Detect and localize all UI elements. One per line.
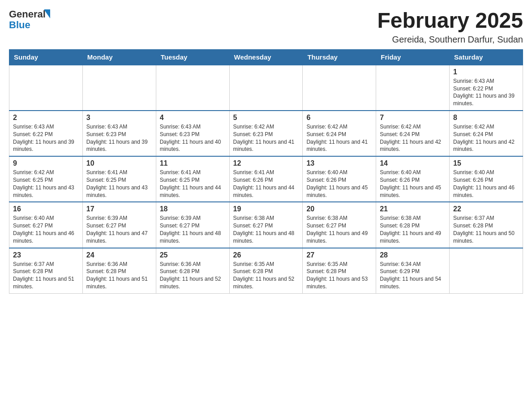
calendar-cell: 7Sunrise: 6:42 AM Sunset: 6:24 PM Daylig…: [376, 111, 450, 156]
day-number: 4: [160, 114, 226, 122]
day-info: Sunrise: 6:42 AM Sunset: 6:24 PM Dayligh…: [453, 123, 519, 153]
day-info: Sunrise: 6:41 AM Sunset: 6:26 PM Dayligh…: [233, 169, 299, 199]
day-number: 20: [306, 205, 372, 213]
day-number: 22: [453, 205, 519, 213]
week-row-2: 2Sunrise: 6:43 AM Sunset: 6:22 PM Daylig…: [9, 111, 523, 156]
day-info: Sunrise: 6:39 AM Sunset: 6:27 PM Dayligh…: [160, 214, 226, 244]
day-number: 8: [453, 114, 519, 122]
day-info: Sunrise: 6:37 AM Sunset: 6:28 PM Dayligh…: [453, 214, 519, 244]
day-info: Sunrise: 6:35 AM Sunset: 6:28 PM Dayligh…: [306, 261, 372, 291]
day-info: Sunrise: 6:41 AM Sunset: 6:25 PM Dayligh…: [86, 169, 152, 199]
calendar-cell: [9, 65, 83, 111]
calendar-cell: 22Sunrise: 6:37 AM Sunset: 6:28 PM Dayli…: [450, 202, 523, 248]
day-number: 15: [453, 159, 519, 167]
week-row-1: 1Sunrise: 6:43 AM Sunset: 6:22 PM Daylig…: [9, 65, 523, 111]
day-info: Sunrise: 6:42 AM Sunset: 6:24 PM Dayligh…: [380, 123, 446, 153]
calendar-cell: 9Sunrise: 6:42 AM Sunset: 6:25 PM Daylig…: [9, 156, 83, 202]
calendar-cell: 5Sunrise: 6:42 AM Sunset: 6:23 PM Daylig…: [229, 111, 303, 156]
day-number: 10: [86, 159, 152, 167]
day-info: Sunrise: 6:40 AM Sunset: 6:26 PM Dayligh…: [380, 169, 446, 199]
calendar-cell: 23Sunrise: 6:37 AM Sunset: 6:28 PM Dayli…: [9, 248, 83, 294]
calendar-cell: 6Sunrise: 6:42 AM Sunset: 6:24 PM Daylig…: [303, 111, 376, 156]
calendar-cell: 17Sunrise: 6:39 AM Sunset: 6:27 PM Dayli…: [82, 202, 156, 248]
calendar-cell: 2Sunrise: 6:43 AM Sunset: 6:22 PM Daylig…: [9, 111, 83, 156]
calendar-cell: 20Sunrise: 6:38 AM Sunset: 6:27 PM Dayli…: [303, 202, 376, 248]
day-number: 25: [160, 251, 226, 259]
day-number: 27: [306, 251, 372, 259]
calendar-cell: [82, 65, 156, 111]
day-info: Sunrise: 6:43 AM Sunset: 6:22 PM Dayligh…: [13, 123, 79, 153]
logo: General Blue: [9, 9, 50, 30]
day-info: Sunrise: 6:38 AM Sunset: 6:27 PM Dayligh…: [306, 214, 372, 244]
logo-general-text: General: [9, 9, 46, 20]
calendar-cell: 12Sunrise: 6:41 AM Sunset: 6:26 PM Dayli…: [229, 156, 303, 202]
calendar-cell: 21Sunrise: 6:38 AM Sunset: 6:28 PM Dayli…: [376, 202, 450, 248]
calendar-cell: [376, 65, 450, 111]
day-header-monday: Monday: [82, 49, 156, 65]
title-section: February 2025 Gereida, Southern Darfur, …: [377, 9, 523, 45]
day-number: 14: [380, 159, 446, 167]
day-number: 16: [13, 205, 79, 213]
day-number: 13: [306, 159, 372, 167]
week-row-3: 9Sunrise: 6:42 AM Sunset: 6:25 PM Daylig…: [9, 156, 523, 202]
day-number: 2: [13, 114, 79, 122]
day-number: 23: [13, 251, 79, 259]
calendar-cell: [303, 65, 376, 111]
day-number: 7: [380, 114, 446, 122]
day-info: Sunrise: 6:40 AM Sunset: 6:27 PM Dayligh…: [13, 214, 79, 244]
day-number: 1: [453, 68, 519, 76]
day-info: Sunrise: 6:43 AM Sunset: 6:23 PM Dayligh…: [160, 123, 226, 153]
day-number: 19: [233, 205, 299, 213]
calendar-subtitle: Gereida, Southern Darfur, Sudan: [377, 34, 523, 45]
day-number: 9: [13, 159, 79, 167]
calendar-cell: [450, 248, 523, 294]
day-number: 6: [306, 114, 372, 122]
day-number: 18: [160, 205, 226, 213]
calendar-cell: 1Sunrise: 6:43 AM Sunset: 6:22 PM Daylig…: [450, 65, 523, 111]
calendar-cell: 28Sunrise: 6:34 AM Sunset: 6:29 PM Dayli…: [376, 248, 450, 294]
page-header: General Blue February 2025 Gereida, Sout…: [9, 9, 523, 45]
day-number: 21: [380, 205, 446, 213]
day-info: Sunrise: 6:38 AM Sunset: 6:27 PM Dayligh…: [233, 214, 299, 244]
days-header-row: SundayMondayTuesdayWednesdayThursdayFrid…: [9, 49, 523, 65]
week-row-5: 23Sunrise: 6:37 AM Sunset: 6:28 PM Dayli…: [9, 248, 523, 294]
day-info: Sunrise: 6:39 AM Sunset: 6:27 PM Dayligh…: [86, 214, 152, 244]
calendar-cell: 14Sunrise: 6:40 AM Sunset: 6:26 PM Dayli…: [376, 156, 450, 202]
day-number: 26: [233, 251, 299, 259]
day-info: Sunrise: 6:34 AM Sunset: 6:29 PM Dayligh…: [380, 261, 446, 291]
calendar-cell: 13Sunrise: 6:40 AM Sunset: 6:26 PM Dayli…: [303, 156, 376, 202]
calendar-cell: 15Sunrise: 6:40 AM Sunset: 6:26 PM Dayli…: [450, 156, 523, 202]
day-header-friday: Friday: [376, 49, 450, 65]
calendar-title: February 2025: [377, 9, 523, 33]
week-row-4: 16Sunrise: 6:40 AM Sunset: 6:27 PM Dayli…: [9, 202, 523, 248]
day-info: Sunrise: 6:35 AM Sunset: 6:28 PM Dayligh…: [233, 261, 299, 291]
logo-triangle-icon: [44, 9, 50, 18]
calendar-cell: 11Sunrise: 6:41 AM Sunset: 6:25 PM Dayli…: [156, 156, 229, 202]
day-header-thursday: Thursday: [303, 49, 376, 65]
day-header-saturday: Saturday: [450, 49, 523, 65]
day-header-wednesday: Wednesday: [229, 49, 303, 65]
day-number: 12: [233, 159, 299, 167]
day-info: Sunrise: 6:42 AM Sunset: 6:24 PM Dayligh…: [306, 123, 372, 153]
calendar-cell: 16Sunrise: 6:40 AM Sunset: 6:27 PM Dayli…: [9, 202, 83, 248]
day-info: Sunrise: 6:42 AM Sunset: 6:25 PM Dayligh…: [13, 169, 79, 199]
calendar-cell: 3Sunrise: 6:43 AM Sunset: 6:23 PM Daylig…: [82, 111, 156, 156]
day-number: 11: [160, 159, 226, 167]
calendar-cell: 27Sunrise: 6:35 AM Sunset: 6:28 PM Dayli…: [303, 248, 376, 294]
day-info: Sunrise: 6:38 AM Sunset: 6:28 PM Dayligh…: [380, 214, 446, 244]
day-info: Sunrise: 6:42 AM Sunset: 6:23 PM Dayligh…: [233, 123, 299, 153]
day-info: Sunrise: 6:36 AM Sunset: 6:28 PM Dayligh…: [160, 261, 226, 291]
day-number: 3: [86, 114, 152, 122]
day-number: 28: [380, 251, 446, 259]
day-info: Sunrise: 6:40 AM Sunset: 6:26 PM Dayligh…: [453, 169, 519, 199]
calendar-table: SundayMondayTuesdayWednesdayThursdayFrid…: [9, 49, 523, 294]
day-number: 24: [86, 251, 152, 259]
calendar-cell: 25Sunrise: 6:36 AM Sunset: 6:28 PM Dayli…: [156, 248, 229, 294]
calendar-cell: [156, 65, 229, 111]
calendar-cell: 8Sunrise: 6:42 AM Sunset: 6:24 PM Daylig…: [450, 111, 523, 156]
day-header-tuesday: Tuesday: [156, 49, 229, 65]
logo-blue-text: Blue: [9, 20, 50, 30]
day-info: Sunrise: 6:43 AM Sunset: 6:22 PM Dayligh…: [453, 77, 519, 107]
day-info: Sunrise: 6:37 AM Sunset: 6:28 PM Dayligh…: [13, 261, 79, 291]
calendar-cell: 26Sunrise: 6:35 AM Sunset: 6:28 PM Dayli…: [229, 248, 303, 294]
